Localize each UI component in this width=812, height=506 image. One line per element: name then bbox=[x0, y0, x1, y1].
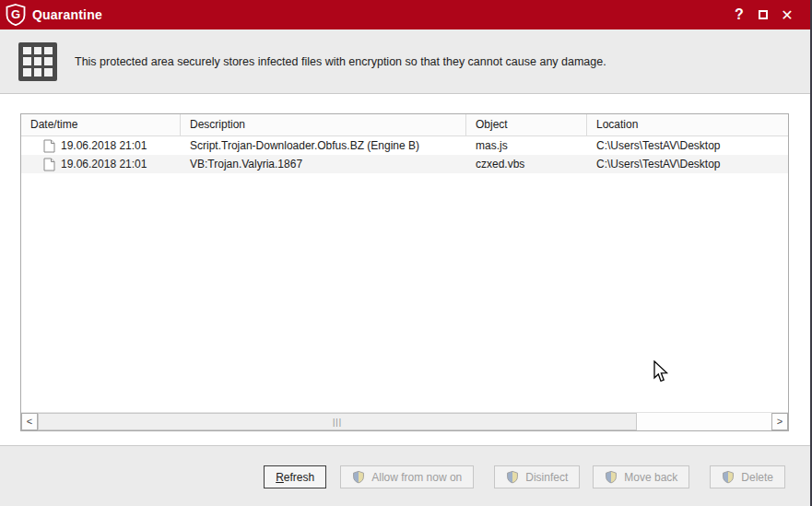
horizontal-scrollbar: < ||| > bbox=[21, 412, 788, 430]
footer-bar: Refresh Allow from now on Disinfect bbox=[0, 445, 810, 506]
column-header-location[interactable]: Location bbox=[587, 114, 788, 135]
scrollbar-track[interactable] bbox=[637, 413, 771, 430]
uac-shield-icon bbox=[722, 470, 735, 484]
cell-datetime: 19.06.2018 21:01 bbox=[21, 139, 181, 153]
refresh-label: efresh bbox=[284, 471, 314, 484]
table-header-row: Date/time Description Object Location bbox=[21, 114, 788, 136]
scroll-right-button[interactable]: > bbox=[771, 413, 788, 430]
file-icon bbox=[43, 158, 55, 171]
cell-object: mas.js bbox=[466, 139, 587, 152]
uac-shield-icon bbox=[605, 470, 618, 484]
column-header-object[interactable]: Object bbox=[466, 114, 587, 135]
maximize-icon bbox=[759, 10, 768, 19]
allow-from-now-on-button[interactable]: Allow from now on bbox=[340, 465, 474, 488]
quarantine-table: Date/time Description Object Location 19… bbox=[20, 113, 789, 431]
cell-location: C:\Users\TestAV\Desktop bbox=[587, 139, 788, 152]
delete-button[interactable]: Delete bbox=[710, 465, 785, 488]
quarantine-grid-icon bbox=[18, 42, 57, 81]
delete-label: Delete bbox=[741, 471, 773, 484]
refresh-button[interactable]: Refresh bbox=[264, 465, 326, 488]
cell-location: C:\Users\TestAV\Desktop bbox=[587, 158, 788, 171]
uac-shield-icon bbox=[352, 470, 365, 484]
disinfect-label: Disinfect bbox=[525, 471, 568, 484]
move-back-button[interactable]: Move back bbox=[593, 465, 689, 488]
help-icon: ? bbox=[735, 6, 744, 23]
uac-shield-icon bbox=[506, 470, 519, 484]
column-header-datetime[interactable]: Date/time bbox=[21, 114, 181, 135]
scrollbar-thumb[interactable]: ||| bbox=[38, 413, 637, 430]
file-icon bbox=[43, 139, 55, 153]
cell-description: Script.Trojan-Downloader.Obfus.BZ (Engin… bbox=[181, 139, 466, 152]
move-back-label: Move back bbox=[624, 471, 677, 484]
info-bar: This protected area securely stores infe… bbox=[0, 29, 810, 94]
title-bar: G Quarantine ? ✕ bbox=[0, 0, 810, 29]
cell-object: czxed.vbs bbox=[466, 158, 587, 171]
gdata-shield-logo: G bbox=[6, 4, 26, 26]
window-title: Quarantine bbox=[32, 7, 102, 22]
quarantine-window: G Quarantine ? ✕ This protected area sec… bbox=[0, 0, 812, 506]
disinfect-button[interactable]: Disinfect bbox=[494, 465, 580, 488]
table-row[interactable]: 19.06.2018 21:01 VB:Trojan.Valyria.1867 … bbox=[21, 155, 788, 173]
refresh-label-accel: R bbox=[276, 471, 284, 484]
column-header-description[interactable]: Description bbox=[181, 114, 466, 135]
close-button[interactable]: ✕ bbox=[775, 3, 799, 27]
datetime-text: 19.06.2018 21:01 bbox=[61, 158, 147, 171]
cell-description: VB:Trojan.Valyria.1867 bbox=[181, 158, 466, 171]
scroll-left-button[interactable]: < bbox=[21, 413, 38, 430]
table-empty-space bbox=[21, 173, 788, 412]
cell-datetime: 19.06.2018 21:01 bbox=[21, 158, 181, 171]
help-button[interactable]: ? bbox=[727, 3, 751, 27]
datetime-text: 19.06.2018 21:01 bbox=[61, 139, 147, 152]
maximize-button[interactable] bbox=[751, 3, 775, 27]
main-area: Date/time Description Object Location 19… bbox=[0, 94, 810, 445]
svg-text:G: G bbox=[11, 7, 20, 21]
table-row[interactable]: 19.06.2018 21:01 Script.Trojan-Downloade… bbox=[21, 136, 788, 155]
info-description: This protected area securely stores infe… bbox=[75, 55, 606, 68]
allow-label: Allow from now on bbox=[371, 471, 462, 484]
close-icon: ✕ bbox=[781, 6, 793, 24]
